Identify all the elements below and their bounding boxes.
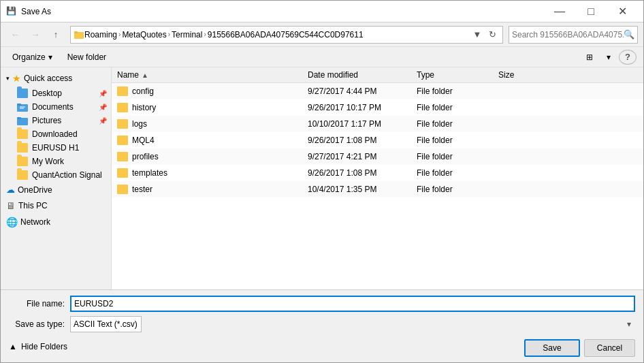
filename-row: File name:: [9, 296, 635, 312]
breadcrumb-metaquotes[interactable]: MetaQuotes: [122, 30, 166, 40]
organize-button[interactable]: Organize ▾: [7, 50, 57, 65]
file-name-cell: config: [117, 86, 308, 96]
folder-address-icon: [74, 29, 84, 40]
file-date-cell: 9/27/2017 4:44 PM: [308, 86, 417, 96]
title-bar: 💾 Save As — □ ✕: [1, 1, 643, 22]
filetype-select-wrapper: ASCII Text (*.csv): [70, 316, 635, 332]
file-folder-icon: [117, 185, 128, 194]
quantaction-folder-icon: [17, 170, 28, 180]
filename-label: File name:: [9, 299, 70, 309]
mywork-folder-icon: [17, 157, 28, 166]
filename-input[interactable]: [70, 296, 635, 312]
sidebar-item-mywork-label: My Work: [32, 157, 64, 166]
up-button[interactable]: ↑: [47, 26, 65, 44]
search-icon: 🔍: [624, 29, 634, 40]
col-header-name[interactable]: Name ▲: [117, 70, 308, 80]
onedrive-item[interactable]: ☁ OneDrive: [1, 182, 111, 198]
file-type-cell: File folder: [417, 86, 498, 96]
table-row[interactable]: history 9/26/2017 10:17 PM File folder: [112, 99, 643, 116]
network-label: Network: [20, 217, 50, 227]
sidebar-item-mywork[interactable]: My Work: [1, 155, 111, 168]
sidebar-item-pictures[interactable]: Pictures 📌: [1, 114, 111, 127]
col-header-type[interactable]: Type: [417, 70, 498, 80]
sidebar-item-eurusd[interactable]: EURUSD H1: [1, 141, 111, 155]
hide-folders-row[interactable]: ▲ Hide Folders: [9, 339, 67, 354]
sidebar-item-documents[interactable]: Documents 📌: [1, 100, 111, 114]
col-header-date[interactable]: Date modified: [308, 70, 417, 80]
table-row[interactable]: config 9/27/2017 4:44 PM File folder: [112, 83, 643, 99]
organize-chevron-icon: ▾: [48, 52, 52, 62]
table-row[interactable]: MQL4 9/26/2017 1:08 PM File folder: [112, 132, 643, 148]
file-date-cell: 10/4/2017 1:35 PM: [308, 185, 417, 194]
svg-rect-4: [17, 104, 21, 106]
sidebar-item-desktop-label: Desktop: [32, 89, 62, 98]
sidebar: ▾ ★ Quick access Desktop 📌 Documents: [1, 67, 112, 289]
file-folder-icon: [117, 86, 128, 96]
search-box[interactable]: 🔍: [509, 26, 638, 44]
file-type-cell: File folder: [417, 185, 498, 194]
breadcrumb-folder[interactable]: 915566BA06ADA407569C544CC0D97611: [208, 30, 364, 40]
file-name-text: templates: [132, 168, 167, 178]
view-dropdown-button[interactable]: ▾: [600, 50, 617, 65]
file-folder-icon: [117, 168, 128, 178]
search-input[interactable]: [512, 30, 624, 40]
breadcrumb-terminal[interactable]: Terminal: [172, 30, 202, 40]
desktop-pin-icon: 📌: [99, 90, 107, 97]
view-controls: ⊞ ▾ ?: [581, 50, 637, 65]
cancel-button[interactable]: Cancel: [584, 339, 635, 357]
bottom-area: File name: Save as type: ASCII Text (*.c…: [1, 289, 643, 362]
view-button[interactable]: ⊞: [581, 50, 598, 65]
help-button[interactable]: ?: [619, 50, 637, 65]
file-folder-icon: [117, 119, 128, 129]
file-folder-icon: [117, 152, 128, 161]
sidebar-item-eurusd-label: EURUSD H1: [32, 143, 79, 153]
file-folder-icon: [117, 103, 128, 112]
save-as-dialog: 💾 Save As — □ ✕ ← → ↑ Roaming › MetaQuot…: [0, 0, 644, 363]
file-folder-icon: [117, 136, 128, 145]
thispc-item[interactable]: 🖥 This PC: [1, 198, 111, 214]
thispc-label: This PC: [18, 201, 48, 210]
file-name-cell: tester: [117, 185, 308, 194]
column-headers: Name ▲ Date modified Type Size: [112, 67, 643, 83]
file-name-text: history: [132, 103, 156, 112]
network-item[interactable]: 🌐 Network: [1, 214, 111, 230]
breadcrumb-roaming[interactable]: Roaming: [84, 30, 117, 40]
maximize-button[interactable]: □: [575, 1, 607, 22]
desktop-folder-icon: [17, 89, 28, 98]
file-list: config 9/27/2017 4:44 PM File folder his…: [112, 83, 643, 289]
address-dropdown-button[interactable]: ▼: [470, 27, 485, 42]
eurusd-folder-icon: [17, 143, 28, 153]
window-title: Save As: [21, 7, 544, 16]
file-name-cell: history: [117, 103, 308, 112]
thispc-icon: 🖥: [6, 200, 16, 211]
organize-label: Organize: [12, 52, 46, 62]
col-header-size[interactable]: Size: [498, 70, 553, 80]
svg-rect-2: [74, 31, 78, 33]
save-button[interactable]: Save: [524, 339, 580, 357]
table-row[interactable]: profiles 9/27/2017 4:21 PM File folder: [112, 148, 643, 165]
table-row[interactable]: logs 10/10/2017 1:17 PM File folder: [112, 116, 643, 132]
content-area: ▾ ★ Quick access Desktop 📌 Documents: [1, 67, 643, 289]
sidebar-item-quantaction[interactable]: QuantAction Signal: [1, 168, 111, 182]
table-row[interactable]: tester 10/4/2017 1:35 PM File folder: [112, 181, 643, 198]
table-row[interactable]: templates 9/26/2017 1:08 PM File folder: [112, 165, 643, 181]
second-toolbar: Organize ▾ New folder ⊞ ▾ ?: [1, 47, 643, 67]
file-type-cell: File folder: [417, 103, 498, 112]
file-name-cell: profiles: [117, 152, 308, 161]
sidebar-item-downloaded[interactable]: Downloaded: [1, 127, 111, 141]
sidebar-item-desktop[interactable]: Desktop 📌: [1, 86, 111, 100]
filetype-label: Save as type:: [9, 319, 70, 329]
nav-toolbar: ← → ↑ Roaming › MetaQuotes › Terminal › …: [1, 22, 643, 47]
filetype-select[interactable]: ASCII Text (*.csv): [70, 316, 142, 332]
minimize-button[interactable]: —: [544, 1, 575, 22]
close-button[interactable]: ✕: [607, 1, 638, 22]
quick-access-header[interactable]: ▾ ★ Quick access: [1, 70, 111, 86]
refresh-button[interactable]: ↻: [485, 27, 500, 42]
file-name-text: tester: [132, 185, 152, 194]
back-button: ←: [6, 26, 24, 44]
network-icon: 🌐: [6, 217, 18, 227]
sidebar-item-pictures-label: Pictures: [32, 116, 61, 125]
bottom-buttons: Save Cancel: [524, 336, 635, 357]
new-folder-button[interactable]: New folder: [63, 50, 111, 65]
address-bar[interactable]: Roaming › MetaQuotes › Terminal › 915566…: [70, 26, 503, 44]
